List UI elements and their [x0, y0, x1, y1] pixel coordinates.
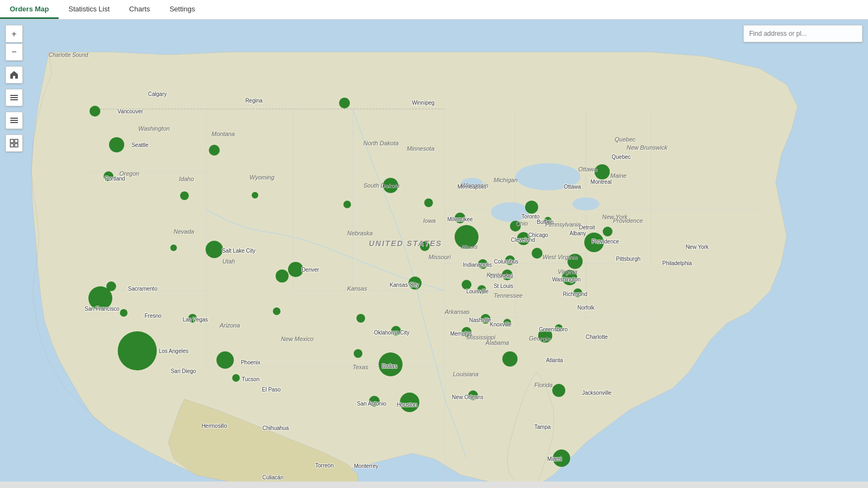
city-dot-kansas-city[interactable]	[409, 277, 422, 290]
city-dot-new-york[interactable]	[584, 233, 604, 252]
home-button[interactable]	[5, 66, 23, 84]
city-dot-cincinnati[interactable]	[502, 269, 513, 280]
city-dot-houston[interactable]	[400, 393, 419, 412]
svg-rect-27	[15, 139, 18, 143]
city-dot-atlanta[interactable]	[502, 351, 518, 367]
city-dot-boston[interactable]	[603, 227, 612, 236]
city-dot-miami[interactable]	[553, 450, 570, 467]
city-dot-washington-dc[interactable]	[562, 270, 577, 285]
city-dot-nebraska-city[interactable]	[343, 201, 351, 208]
list-button[interactable]	[5, 89, 23, 106]
menu-button[interactable]	[5, 112, 23, 129]
city-dot-pittsburgh[interactable]	[532, 248, 542, 259]
svg-rect-20	[10, 95, 18, 96]
svg-rect-21	[10, 97, 18, 98]
tab-orders-map[interactable]: Orders Map	[0, 0, 59, 19]
city-dot-st-louis[interactable]	[462, 280, 471, 290]
city-dot-fresno[interactable]	[120, 309, 127, 317]
tab-charts[interactable]: Charts	[119, 0, 159, 19]
svg-rect-25	[10, 122, 18, 123]
city-dot-richmond[interactable]	[573, 288, 582, 297]
city-dot-greensboro[interactable]	[555, 324, 563, 332]
svg-rect-26	[10, 139, 14, 143]
tab-settings[interactable]: Settings	[159, 0, 205, 19]
city-dot-denver[interactable]	[288, 262, 303, 277]
city-dot-philadelphia[interactable]	[567, 254, 583, 269]
city-dot-columbus[interactable]	[505, 255, 515, 265]
city-dot-knoxville[interactable]	[503, 319, 511, 326]
map-area: + − VancouverCalgaryReginaWinnipegMontre…	[0, 20, 868, 488]
city-dot-los-angeles[interactable]	[118, 331, 157, 370]
city-dot-nevada-city[interactable]	[170, 245, 177, 251]
city-dot-midwest1[interactable]	[420, 241, 430, 251]
zoom-out-button[interactable]: −	[5, 43, 23, 61]
city-dot-iowa-city[interactable]	[424, 198, 433, 207]
city-dot-dallas[interactable]	[379, 352, 403, 376]
svg-point-16	[515, 163, 580, 190]
city-dot-chicago[interactable]	[455, 225, 478, 249]
city-dot-sacramento[interactable]	[106, 281, 116, 291]
city-dot-colorado-spring[interactable]	[276, 269, 289, 282]
city-dot-jacksonville[interactable]	[552, 384, 565, 397]
city-dot-wyoming-city[interactable]	[252, 192, 258, 198]
city-dot-idaho-city[interactable]	[180, 191, 189, 200]
city-dot-indianapolis[interactable]	[478, 259, 488, 269]
city-dot-winnipeg[interactable]	[339, 98, 350, 108]
city-dot-kansas-small[interactable]	[356, 314, 365, 323]
city-dot-toronto[interactable]	[525, 201, 538, 214]
tab-statistics-list[interactable]: Statistics List	[59, 0, 119, 19]
city-dot-memphis[interactable]	[462, 327, 471, 337]
city-dot-san-antonio[interactable]	[369, 396, 380, 407]
city-dot-salt-lake-city[interactable]	[206, 241, 223, 258]
city-dot-seattle[interactable]	[109, 137, 124, 152]
city-dot-buffalo[interactable]	[544, 217, 552, 224]
svg-point-18	[572, 197, 599, 210]
top-navigation: Orders Map Statistics List Charts Settin…	[0, 0, 868, 20]
zoom-in-button[interactable]: +	[5, 25, 23, 42]
city-dot-montreal[interactable]	[595, 164, 610, 179]
city-dot-oklahoma-city[interactable]	[391, 326, 401, 336]
city-dot-cleveland[interactable]	[517, 232, 530, 245]
city-dot-montana-city[interactable]	[209, 145, 220, 156]
city-dot-nashville[interactable]	[481, 314, 490, 324]
city-dot-vancouver[interactable]	[90, 106, 100, 117]
city-dot-texas-mid[interactable]	[354, 349, 362, 358]
city-dot-milwaukee[interactable]	[455, 213, 465, 223]
grid-button[interactable]	[5, 134, 23, 152]
svg-rect-23	[10, 118, 18, 119]
svg-rect-22	[10, 99, 18, 100]
city-dot-las-vegas[interactable]	[188, 314, 197, 323]
city-dot-new-orleans[interactable]	[468, 390, 478, 400]
city-dot-tucson[interactable]	[232, 374, 240, 382]
search-input[interactable]	[743, 25, 863, 42]
left-toolbar: + −	[5, 25, 23, 152]
city-dot-detroit[interactable]	[510, 221, 521, 232]
city-dot-phoenix[interactable]	[216, 351, 234, 369]
bottom-scrollbar[interactable]	[0, 481, 868, 488]
svg-rect-29	[15, 144, 18, 147]
city-dot-minneapolis[interactable]	[383, 178, 398, 193]
city-dot-louisville[interactable]	[477, 285, 486, 294]
svg-point-17	[491, 202, 529, 222]
city-dot-south-city[interactable]	[273, 307, 280, 315]
svg-rect-24	[10, 120, 18, 121]
map-background	[0, 20, 868, 488]
search-box	[743, 25, 863, 42]
svg-point-19	[461, 178, 483, 189]
city-dot-charlotte[interactable]	[538, 329, 552, 343]
city-dot-portland[interactable]	[104, 171, 113, 181]
svg-rect-28	[10, 144, 14, 147]
